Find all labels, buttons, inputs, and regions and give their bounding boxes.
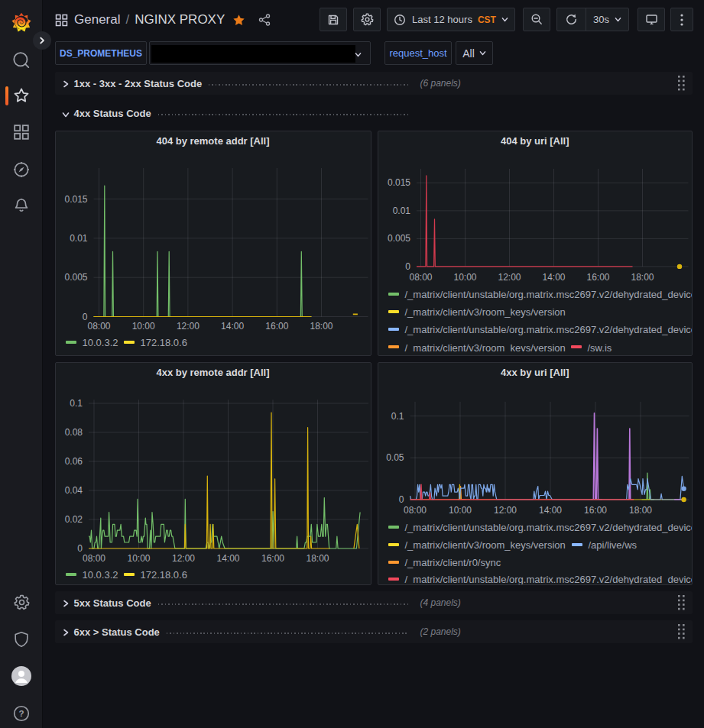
svg-text:12:00: 12:00 [176,320,199,331]
svg-text:0.1: 0.1 [391,410,404,421]
svg-text:08:00: 08:00 [403,504,426,515]
svg-text:10:00: 10:00 [453,271,476,282]
svg-text:0.06: 0.06 [64,456,83,467]
svg-text:0: 0 [398,494,404,505]
svg-text:12:00: 12:00 [493,504,516,515]
svg-text:0.015: 0.015 [387,177,410,188]
svg-text:16:00: 16:00 [583,504,606,515]
svg-text:0.01: 0.01 [392,205,410,215]
svg-text:0.01: 0.01 [70,232,88,243]
svg-text:0: 0 [405,260,410,271]
svg-text:?: ? [18,709,24,718]
svg-text:18:00: 18:00 [310,320,333,331]
svg-text:14:00: 14:00 [221,320,244,331]
svg-text:10:00: 10:00 [127,552,150,563]
svg-text:08:00: 08:00 [87,320,110,331]
svg-text:10:00: 10:00 [448,504,471,515]
svg-text:12:00: 12:00 [498,271,521,282]
svg-text:0.015: 0.015 [64,193,87,204]
svg-text:0.08: 0.08 [64,427,83,438]
svg-text:18:00: 18:00 [631,271,654,282]
svg-text:12:00: 12:00 [171,552,194,563]
svg-text:08:00: 08:00 [82,552,105,563]
svg-text:0.005: 0.005 [64,272,87,283]
svg-text:0.04: 0.04 [64,485,83,496]
svg-text:14:00: 14:00 [216,552,239,563]
svg-text:18:00: 18:00 [306,552,329,563]
svg-text:0.02: 0.02 [64,514,83,525]
svg-text:14:00: 14:00 [542,271,565,282]
svg-text:16:00: 16:00 [586,271,609,282]
svg-text:0.05: 0.05 [386,452,404,463]
svg-text:16:00: 16:00 [265,320,288,331]
svg-text:08:00: 08:00 [409,271,432,282]
svg-text:10:00: 10:00 [131,320,154,331]
svg-text:16:00: 16:00 [261,552,284,563]
svg-text:14:00: 14:00 [538,504,561,515]
svg-text:0.1: 0.1 [70,398,83,409]
svg-text:18:00: 18:00 [628,504,651,515]
svg-text:0.005: 0.005 [387,233,410,244]
